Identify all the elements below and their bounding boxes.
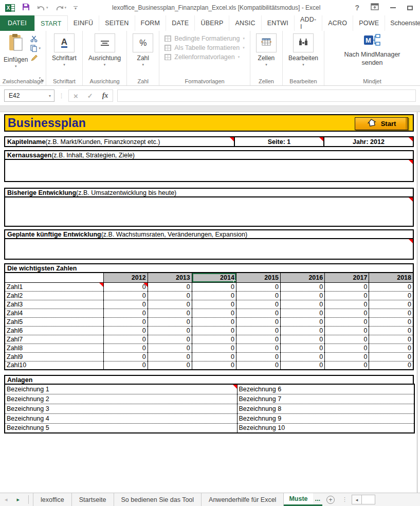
value-cell[interactable]: 0	[281, 352, 325, 361]
number-format-button[interactable]: % Zahl ▾	[129, 33, 157, 77]
sheet-tab[interactable]: Startseite	[72, 493, 114, 506]
chevron-down-icon[interactable]: ▾	[302, 63, 304, 67]
value-cell[interactable]: 0	[192, 300, 236, 309]
value-cell[interactable]: 0	[103, 317, 148, 326]
ribbon-tab[interactable]: ENTWI	[262, 15, 295, 31]
redo-button[interactable]: ▾	[56, 5, 67, 11]
value-cell[interactable]: 0	[281, 344, 325, 352]
value-cell[interactable]: 0	[236, 309, 280, 317]
value-cell[interactable]: 0	[192, 335, 236, 344]
help-icon[interactable]: ?	[355, 4, 359, 12]
value-cell[interactable]: 0	[369, 352, 413, 361]
geplante-entwicklung-input-box[interactable]	[4, 238, 414, 260]
value-cell[interactable]: 0	[103, 352, 148, 361]
ribbon-tab[interactable]: DATE	[166, 15, 195, 31]
customize-qat-icon[interactable]: ▾	[74, 6, 78, 10]
bisherige-entwicklung-input-box[interactable]	[4, 196, 414, 227]
sheet-tab-active[interactable]: Muste	[284, 493, 313, 506]
value-cell[interactable]: 0	[236, 291, 280, 300]
year-header-cell[interactable]: 2013	[148, 273, 192, 282]
sheet-tab[interactable]: So bedienen Sie das Tool	[114, 493, 202, 506]
name-box[interactable]: E42 ▾	[4, 89, 54, 102]
cells-button[interactable]: Zellen ▾	[252, 33, 280, 77]
send-to-mindmanager-button[interactable]: M Nach MindManager senden	[329, 33, 415, 77]
chevron-down-icon[interactable]: ▾	[265, 63, 267, 67]
value-cell[interactable]: 0	[369, 335, 413, 344]
font-button[interactable]: A Schriftart ▾	[48, 33, 80, 77]
value-cell[interactable]: 0	[281, 326, 325, 335]
value-cell[interactable]: 0	[103, 361, 148, 370]
value-cell[interactable]: 0	[148, 352, 192, 361]
value-cell[interactable]: 0	[192, 326, 236, 335]
row-label-cell[interactable]: Zahl3	[5, 300, 103, 309]
ribbon-tab[interactable]: POWE	[353, 15, 385, 31]
value-cell[interactable]: 0	[236, 344, 280, 352]
start-button[interactable]: Start	[355, 117, 408, 130]
value-cell[interactable]: 0	[192, 352, 236, 361]
chevron-down-icon[interactable]: ▾	[104, 63, 106, 67]
alignment-button[interactable]: Ausrichtung ▾	[85, 33, 124, 77]
empty-header-cell[interactable]	[5, 273, 103, 282]
value-cell[interactable]: 0	[325, 352, 369, 361]
value-cell[interactable]: 0	[325, 291, 369, 300]
ribbon-tab[interactable]: ANSIC	[229, 15, 261, 31]
new-sheet-icon[interactable]: +	[326, 496, 335, 504]
value-cell[interactable]: 0	[236, 317, 280, 326]
anlage-cell[interactable]: Bezeichnung 9	[237, 413, 414, 423]
save-icon[interactable]	[22, 3, 30, 13]
ribbon-tab[interactable]: ADD-I	[295, 15, 322, 31]
cancel-icon[interactable]: ×	[69, 92, 83, 100]
anlage-cell[interactable]: Bezeichnung 10	[237, 423, 414, 433]
undo-caret-icon[interactable]: ▾	[46, 6, 48, 10]
value-cell[interactable]: 0	[148, 344, 192, 352]
sheet-tab-overflow[interactable]: ...	[313, 493, 322, 506]
fill-handle[interactable]	[233, 280, 236, 283]
sheet-nav-left-icon[interactable]: ◂	[0, 493, 12, 506]
value-cell[interactable]: 0	[148, 317, 192, 326]
anlage-cell[interactable]: Bezeichnung 7	[237, 394, 414, 404]
ribbon-display-options-icon[interactable]	[371, 3, 379, 12]
anlage-cell[interactable]: Bezeichnung 2	[5, 394, 237, 404]
anlage-cell[interactable]: Bezeichnung 6	[237, 384, 414, 394]
value-cell[interactable]: 0	[281, 300, 325, 309]
scroll-left-icon[interactable]: ◂	[352, 495, 362, 504]
chevron-down-icon[interactable]: ▾	[15, 64, 17, 68]
value-cell[interactable]: 0	[325, 300, 369, 309]
value-cell[interactable]: 0	[192, 317, 236, 326]
chevron-down-icon[interactable]: ▾	[49, 94, 54, 98]
value-cell[interactable]: 0	[192, 291, 236, 300]
value-cell[interactable]: 0	[148, 361, 192, 370]
year-header-cell[interactable]: 2016	[281, 273, 325, 282]
value-cell[interactable]: 0	[236, 335, 280, 344]
value-cell[interactable]: 0	[325, 335, 369, 344]
value-cell[interactable]: 0	[236, 361, 280, 370]
value-cell[interactable]: 0	[281, 291, 325, 300]
value-cell[interactable]: 0	[148, 282, 192, 291]
value-cell[interactable]: 0	[148, 309, 192, 317]
value-cell[interactable]: 0	[148, 291, 192, 300]
value-cell[interactable]: 0	[236, 282, 280, 291]
ribbon-tab[interactable]: ACRO	[322, 15, 353, 31]
value-cell[interactable]: 0	[369, 361, 413, 370]
value-cell[interactable]: 0	[148, 335, 192, 344]
year-header-cell[interactable]: 2017	[325, 273, 369, 282]
sheet-tab[interactable]: lexoffice	[33, 493, 72, 506]
value-cell[interactable]: 0	[369, 300, 413, 309]
copy-button[interactable]: ▾	[30, 45, 41, 52]
value-cell[interactable]: 0	[325, 317, 369, 326]
anlage-cell[interactable]: Bezeichnung 8	[237, 404, 414, 413]
row-label-cell[interactable]: Zahl4	[5, 309, 103, 317]
active-cell[interactable]: 2014	[192, 273, 236, 282]
ribbon-tab[interactable]: ÜBERP	[195, 15, 229, 31]
value-cell[interactable]: 0	[369, 326, 413, 335]
value-cell[interactable]: 0	[281, 361, 325, 370]
cut-button[interactable]	[30, 35, 41, 42]
editing-button[interactable]: Bearbeiten ▾	[285, 33, 322, 77]
jahr-cell[interactable]: Jahr: 2012	[323, 136, 414, 147]
value-cell[interactable]: 0	[236, 352, 280, 361]
year-header-cell[interactable]: 2018	[369, 273, 413, 282]
anlage-cell[interactable]: Bezeichnung 1	[5, 384, 237, 394]
ribbon-tab[interactable]: DATEI	[0, 15, 34, 31]
row-label-cell[interactable]: Zahl5	[5, 317, 103, 326]
seite-cell[interactable]: Seite: 1	[234, 136, 324, 147]
